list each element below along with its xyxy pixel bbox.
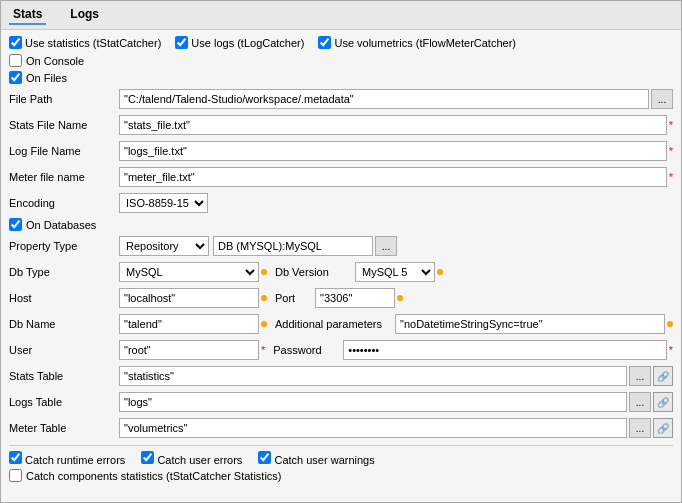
use-volumetrics-checkbox[interactable] (318, 36, 331, 49)
file-path-browse-button[interactable]: ... (651, 89, 673, 109)
catch-user-checkbox[interactable] (141, 451, 154, 464)
host-input[interactable] (119, 288, 259, 308)
additional-params-input[interactable] (395, 314, 665, 334)
meter-table-input[interactable] (119, 418, 627, 438)
catch-warnings-checkbox[interactable] (258, 451, 271, 464)
on-databases-checkbox[interactable] (9, 218, 22, 231)
catch-user-label[interactable]: Catch user errors (141, 451, 242, 466)
password-asterisk: * (669, 344, 673, 356)
stats-table-link-icon[interactable]: 🔗 (653, 366, 673, 386)
use-volumetrics-text: Use volumetrics (tFlowMeterCatcher) (334, 37, 516, 49)
stats-table-label: Stats Table (9, 370, 119, 382)
db-version-select[interactable]: MySQL 5 MySQL 8 (355, 262, 435, 282)
stats-table-browse-button[interactable]: ... (629, 366, 651, 386)
tab-logs[interactable]: Logs (66, 5, 103, 25)
use-logs-text: Use logs (tLogCatcher) (191, 37, 304, 49)
use-volumetrics-label[interactable]: Use volumetrics (tFlowMeterCatcher) (318, 36, 516, 49)
log-file-required-asterisk: * (669, 145, 673, 157)
stats-file-required-asterisk: * (669, 119, 673, 131)
catch-errors-row: Catch runtime errors Catch user errors C… (9, 451, 673, 466)
catch-runtime-checkbox[interactable] (9, 451, 22, 464)
user-input[interactable] (119, 340, 259, 360)
encoding-row: Encoding ISO-8859-15 UTF-8 ASCII (9, 192, 673, 214)
additional-params-required-dot (667, 321, 673, 327)
main-panel: Stats Logs Use statistics (tStatCatcher)… (0, 0, 682, 503)
db-type-label: Db Type (9, 266, 119, 278)
catch-runtime-text: Catch runtime errors (25, 454, 125, 466)
db-connection-input[interactable] (213, 236, 373, 256)
logs-table-input[interactable] (119, 392, 627, 412)
password-input[interactable] (343, 340, 666, 360)
on-console-label: On Console (26, 55, 84, 67)
log-file-name-input[interactable] (119, 141, 667, 161)
user-asterisk: * (261, 344, 265, 356)
port-label: Port (275, 292, 315, 304)
port-input[interactable] (315, 288, 395, 308)
file-path-label: File Path (9, 93, 119, 105)
catch-warnings-label[interactable]: Catch user warnings (258, 451, 374, 466)
meter-table-browse-button[interactable]: ... (629, 418, 651, 438)
host-label: Host (9, 292, 119, 304)
use-statistics-checkbox[interactable] (9, 36, 22, 49)
top-checkboxes-row: Use statistics (tStatCatcher) Use logs (… (9, 36, 673, 49)
db-type-row: Db Type MySQL PostgreSQL Oracle Db Versi… (9, 261, 673, 283)
meter-file-required-asterisk: * (669, 171, 673, 183)
log-file-name-label: Log File Name (9, 145, 119, 157)
file-path-input[interactable] (119, 89, 649, 109)
db-version-required-dot (437, 269, 443, 275)
catch-runtime-label[interactable]: Catch runtime errors (9, 451, 125, 466)
catch-components-checkbox[interactable] (9, 469, 22, 482)
password-label: Password (273, 344, 343, 356)
user-label: User (9, 344, 119, 356)
on-console-checkbox[interactable] (9, 54, 22, 67)
db-name-input[interactable] (119, 314, 259, 334)
db-type-select[interactable]: MySQL PostgreSQL Oracle (119, 262, 259, 282)
on-databases-label: On Databases (26, 219, 96, 231)
port-required-dot (397, 295, 403, 301)
panel-header: Stats Logs (1, 1, 681, 30)
dbname-params-row: Db Name Additional parameters (9, 313, 673, 335)
host-required-dot (261, 295, 267, 301)
meter-file-name-label: Meter file name (9, 171, 119, 183)
db-name-required-dot (261, 321, 267, 327)
on-files-label: On Files (26, 72, 67, 84)
catch-components-text: Catch components statistics (tStatCatche… (26, 470, 282, 482)
db-name-label: Db Name (9, 318, 119, 330)
stats-file-name-label: Stats File Name (9, 119, 119, 131)
meter-table-row: Meter Table ... 🔗 (9, 417, 673, 439)
on-files-row: On Files (9, 71, 673, 84)
on-files-checkbox[interactable] (9, 71, 22, 84)
bottom-checks-area: Catch runtime errors Catch user errors C… (9, 445, 673, 482)
encoding-label: Encoding (9, 197, 119, 209)
use-logs-label[interactable]: Use logs (tLogCatcher) (175, 36, 304, 49)
encoding-select[interactable]: ISO-8859-15 UTF-8 ASCII (119, 193, 208, 213)
logs-table-link-icon[interactable]: 🔗 (653, 392, 673, 412)
catch-warnings-text: Catch user warnings (274, 454, 374, 466)
stats-table-row: Stats Table ... 🔗 (9, 365, 673, 387)
property-type-browse-button[interactable]: ... (375, 236, 397, 256)
on-console-row: On Console (9, 54, 673, 67)
property-type-select[interactable]: Repository Built-In (119, 236, 209, 256)
property-type-label: Property Type (9, 240, 119, 252)
db-version-label: Db Version (275, 266, 355, 278)
file-path-row: File Path ... (9, 88, 673, 110)
catch-user-text: Catch user errors (157, 454, 242, 466)
use-logs-checkbox[interactable] (175, 36, 188, 49)
user-password-row: User * Password * (9, 339, 673, 361)
use-statistics-label[interactable]: Use statistics (tStatCatcher) (9, 36, 161, 49)
meter-file-name-input[interactable] (119, 167, 667, 187)
host-port-row: Host Port (9, 287, 673, 309)
meter-table-label: Meter Table (9, 422, 119, 434)
use-statistics-text: Use statistics (tStatCatcher) (25, 37, 161, 49)
stats-table-input[interactable] (119, 366, 627, 386)
tab-stats[interactable]: Stats (9, 5, 46, 25)
on-databases-row: On Databases (9, 218, 673, 231)
logs-table-label: Logs Table (9, 396, 119, 408)
log-file-name-row: Log File Name * (9, 140, 673, 162)
meter-table-link-icon[interactable]: 🔗 (653, 418, 673, 438)
logs-table-browse-button[interactable]: ... (629, 392, 651, 412)
stats-file-name-row: Stats File Name * (9, 114, 673, 136)
catch-components-row: Catch components statistics (tStatCatche… (9, 469, 673, 482)
stats-file-name-input[interactable] (119, 115, 667, 135)
meter-file-name-row: Meter file name * (9, 166, 673, 188)
